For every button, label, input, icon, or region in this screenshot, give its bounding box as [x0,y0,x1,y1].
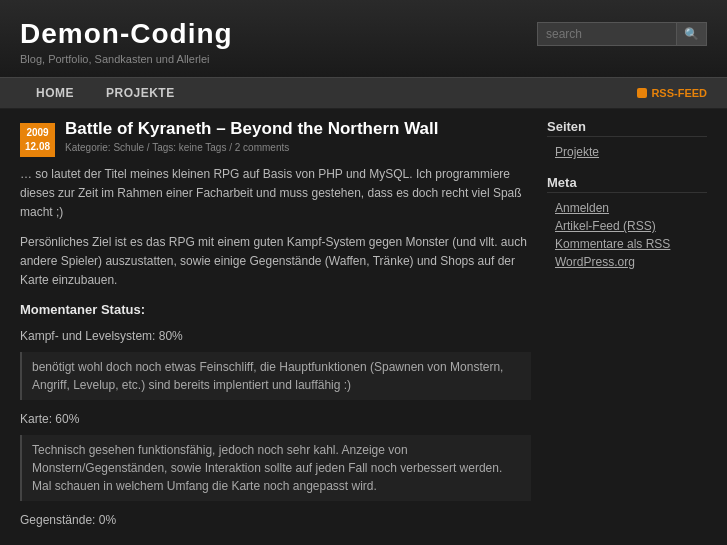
post-date-day: 12.08 [25,140,50,154]
site-branding: Demon-Coding Blog, Portfolio, Sandkasten… [20,18,233,65]
sidebar-pages-section: Seiten Projekte [547,119,707,161]
nav-item-home[interactable]: HOME [20,78,90,108]
site-title: Demon-Coding [20,18,233,50]
nav-item-projekte[interactable]: PROJEKTE [90,78,191,108]
post-progress-2-note: Technisch gesehen funktionsfähig, jedoch… [20,435,531,501]
post-status-heading: Momentaner Status: [20,300,531,321]
sidebar-link-artikel-feed[interactable]: Artikel-Feed (RSS) [547,217,707,235]
nav-links: HOME PROJEKTE [20,78,191,108]
sidebar-pages-heading: Seiten [547,119,707,137]
search-button[interactable]: 🔍 [677,22,707,46]
post-header: 2009 12.08 Battle of Kyraneth – Beyond t… [20,119,531,157]
article-area: 2009 12.08 Battle of Kyraneth – Beyond t… [20,119,531,545]
post-progress-2-label: Karte: 60% [20,410,531,429]
post-date-year: 2009 [25,126,50,140]
post-progress-1-note: benötigt wohl doch noch etwas Feinschlif… [20,352,531,400]
navbar: HOME PROJEKTE RSS-FEED [0,77,727,109]
post-paragraph-1: … so lautet der Titel meines kleinen RPG… [20,165,531,223]
main-content: 2009 12.08 Battle of Kyraneth – Beyond t… [0,109,727,545]
sidebar-link-wordpress[interactable]: WordPress.org [547,253,707,271]
sidebar: Seiten Projekte Meta Anmelden Artikel-Fe… [547,119,707,545]
sidebar-meta-heading: Meta [547,175,707,193]
sidebar-link-projekte[interactable]: Projekte [547,143,707,161]
search-box: 🔍 [537,22,707,46]
sidebar-link-anmelden[interactable]: Anmelden [547,199,707,217]
post-content: … so lautet der Titel meines kleinen RPG… [20,165,531,530]
site-subtitle: Blog, Portfolio, Sandkasten und Allerlei [20,53,233,65]
rss-feed-label: RSS-FEED [651,87,707,99]
rss-feed-link[interactable]: RSS-FEED [637,87,707,99]
post-progress-1-label: Kampf- und Levelsystem: 80% [20,327,531,346]
sidebar-link-kommentare-rss[interactable]: Kommentare als RSS [547,235,707,253]
post-progress-3-label: Gegenstände: 0% [20,511,531,530]
post-title-block: Battle of Kyraneth – Beyond the Northern… [65,119,531,153]
post-paragraph-2: Persönliches Ziel ist es das RPG mit ein… [20,233,531,291]
search-input[interactable] [537,22,677,46]
post: 2009 12.08 Battle of Kyraneth – Beyond t… [20,119,531,530]
sidebar-meta-section: Meta Anmelden Artikel-Feed (RSS) Komment… [547,175,707,271]
rss-icon [637,88,647,98]
post-meta: Kategorie: Schule / Tags: keine Tags / 2… [65,142,531,153]
post-date: 2009 12.08 [20,123,55,157]
header: Demon-Coding Blog, Portfolio, Sandkasten… [0,0,727,77]
post-title[interactable]: Battle of Kyraneth – Beyond the Northern… [65,119,531,139]
